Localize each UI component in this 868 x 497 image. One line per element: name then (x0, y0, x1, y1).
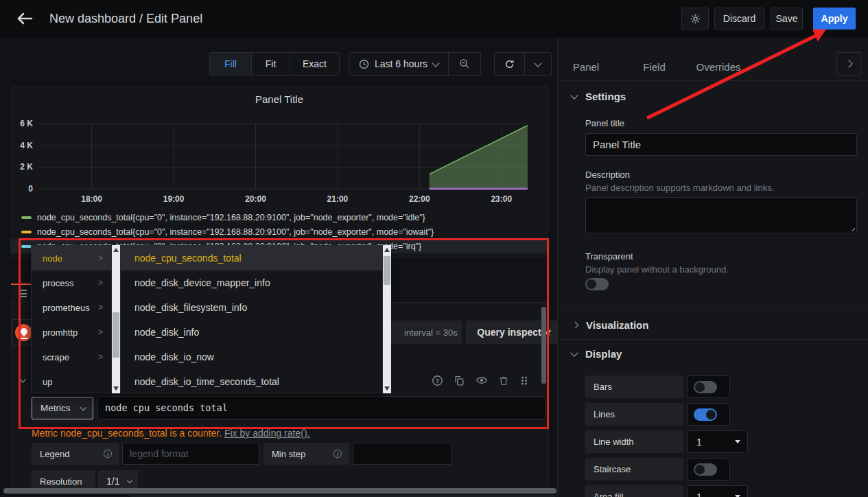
metric-item-node_disk_device_mapper_info[interactable]: node_disk_device_mapper_info (121, 270, 382, 295)
counter-warning: Metric node_cpu_seconds_total is a count… (32, 428, 309, 439)
fill-tab[interactable]: Fill (210, 53, 252, 75)
legend-item[interactable]: node_cpu_seconds_total{cpu="0", instance… (21, 224, 434, 239)
chevron-down-icon (534, 59, 541, 67)
area-fill-select[interactable]: 1 (688, 485, 748, 497)
panel-settings-button[interactable] (681, 8, 709, 30)
metric-group-label: process (43, 278, 74, 288)
display-mode-group: Fill Fit Exact (209, 52, 340, 76)
tab-panel[interactable]: Panel (562, 54, 610, 80)
submenu-arrow-icon: > (98, 278, 103, 288)
metric-item-node_disk_io_now[interactable]: node_disk_io_now (121, 345, 382, 369)
query-tab[interactable] (11, 284, 32, 302)
metric-group-label: scrape (43, 352, 69, 362)
description-label: Description (585, 170, 630, 180)
line-width-select[interactable]: 1 (688, 430, 748, 453)
transparent-toggle[interactable] (585, 278, 609, 290)
panel-preview: Panel Title 02 K4 K6 K18:0019:0020:0021:… (11, 86, 548, 257)
vertical-scrollbar[interactable] (541, 307, 546, 384)
svg-text:18:00: 18:00 (81, 194, 102, 204)
query-collapse-icon[interactable] (20, 376, 27, 383)
exact-tab[interactable]: Exact (290, 53, 339, 75)
svg-text:23:00: 23:00 (491, 194, 512, 204)
submenu-arrow-icon: > (98, 352, 103, 362)
section-divider (558, 339, 868, 340)
metric-list-scrollbar[interactable] (383, 245, 391, 393)
area-fill-label: Area fill (585, 485, 683, 497)
metric-group-label: promhttp (43, 327, 78, 338)
display-rows: BarsLinesLine width1StaircaseArea fill1 (585, 375, 860, 497)
tabs-divider (558, 80, 868, 81)
display-row-bars: Bars (585, 375, 860, 398)
horizontal-scrollbar[interactable] (3, 488, 556, 494)
fit-tab[interactable]: Fit (252, 53, 290, 75)
delete-query-icon[interactable] (498, 375, 509, 386)
save-button[interactable]: Save (771, 8, 803, 30)
resolution-value: 1/1 (106, 476, 119, 487)
metric-item-label: node_disk_io_now (134, 351, 214, 362)
bars-toggle[interactable] (688, 375, 730, 398)
metric-item-node_disk_io_time_seconds_total[interactable]: node_disk_io_time_seconds_total (121, 369, 382, 394)
refresh-button[interactable] (495, 53, 525, 75)
page-title: New dashboard / Edit Panel (49, 12, 202, 26)
grafana-edit-panel-screen: New dashboard / Edit Panel Discard Save … (0, 0, 868, 497)
prometheus-icon (15, 324, 32, 341)
time-range-button[interactable]: Last 6 hours (349, 53, 449, 75)
bars-label: Bars (585, 375, 683, 398)
discard-button[interactable]: Discard (714, 8, 764, 30)
collapse-sidebar-button[interactable] (836, 52, 861, 76)
tab-field[interactable]: Field (629, 54, 680, 80)
line-width-label: Line width (585, 430, 683, 453)
help-icon[interactable]: ? (432, 375, 443, 386)
hide-query-icon[interactable] (476, 374, 488, 386)
display-section-header[interactable]: Display (572, 348, 622, 360)
visualization-section-header[interactable]: Visualization (573, 319, 648, 331)
zoom-out-button[interactable] (449, 53, 480, 75)
metrics-dropdown-button[interactable]: Metrics (32, 397, 93, 419)
metric-item-label: node_disk_io_time_seconds_total (134, 376, 279, 387)
metric-item-node_disk_info[interactable]: node_disk_info (121, 320, 382, 345)
svg-text:21:00: 21:00 (327, 194, 349, 204)
resize-handle-icon[interactable] (849, 225, 855, 231)
back-arrow-icon (15, 9, 34, 28)
drag-handle-icon[interactable] (519, 375, 529, 386)
staircase-toggle[interactable] (688, 458, 730, 481)
metric-group-node[interactable]: node> (32, 246, 111, 270)
time-series-chart[interactable]: 02 K4 K6 K18:0019:0020:0021:0022:0023:00 (12, 107, 548, 210)
metric-group-scrape[interactable]: scrape> (32, 345, 111, 369)
description-textarea[interactable] (585, 197, 857, 233)
legend-item[interactable]: node_cpu_seconds_total{cpu="0", instance… (21, 210, 425, 224)
duplicate-query-icon[interactable] (454, 375, 465, 386)
legend-item-label: node_cpu_seconds_total{cpu="0", instance… (37, 213, 425, 222)
metric-group-process[interactable]: process> (32, 270, 111, 295)
metric-query-input[interactable] (97, 396, 546, 419)
caret-down-icon (735, 440, 740, 443)
min-step-label: Min step i (263, 443, 349, 465)
legend-format-input[interactable] (122, 443, 259, 465)
min-step-input[interactable] (353, 443, 451, 465)
metric-group-prometheus[interactable]: prometheus> (32, 295, 111, 320)
metric-item-node_cpu_seconds_total[interactable]: node_cpu_seconds_total (121, 246, 382, 270)
back-button[interactable] (15, 9, 36, 30)
metric-group-promhttp[interactable]: promhttp> (32, 320, 111, 345)
refresh-interval-button[interactable] (525, 53, 551, 75)
query-inspector-button[interactable]: Query inspector (466, 321, 562, 344)
time-range-label: Last 6 hours (375, 58, 427, 69)
gear-icon (690, 13, 701, 25)
panel-title-input[interactable] (585, 133, 857, 156)
metric-item-node_disk_filesystem_info[interactable]: node_disk_filesystem_info (121, 295, 382, 320)
chevron-right-icon (845, 60, 852, 67)
metric-item-label: node_disk_filesystem_info (134, 302, 247, 313)
metric-group-menu: node>process>prometheus>promhttp>scrape>… (31, 245, 112, 393)
submenu-arrow-icon: > (98, 253, 103, 263)
apply-button[interactable]: Apply (813, 8, 856, 30)
tab-overrides[interactable]: Overrides (687, 54, 750, 80)
chevron-right-icon (572, 322, 579, 329)
description-help: Panel description supports markdown and … (585, 183, 774, 193)
metric-group-scrollbar[interactable] (112, 245, 120, 393)
chevron-down-icon (570, 91, 578, 99)
submenu-arrow-icon: > (98, 303, 103, 312)
settings-section-header[interactable]: Settings (572, 91, 626, 102)
metric-group-up[interactable]: up (32, 369, 111, 394)
lines-toggle[interactable] (688, 403, 730, 426)
fix-rate-link[interactable]: Fix by adding rate(). (224, 428, 310, 439)
